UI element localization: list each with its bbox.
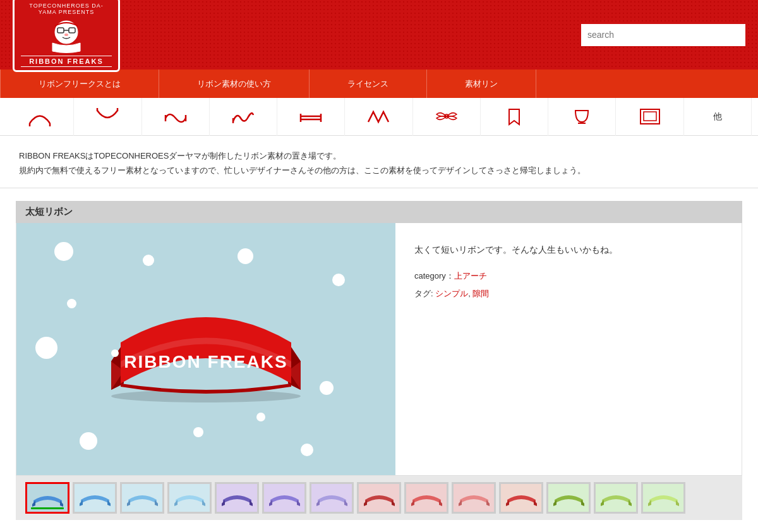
main-content: 太短リボン xyxy=(0,188,758,532)
tag-simple[interactable]: シンプル xyxy=(435,289,468,298)
intro-line2: 規約内で無料で使えるフリー素材となっていますので、忙しいデザイナーさんその他の方… xyxy=(19,163,739,178)
snow-dot xyxy=(80,432,97,450)
tag-label: タグ: xyxy=(414,289,435,298)
main-ribbon-svg: RIBBON FREAKS xyxy=(73,286,339,412)
nav-item-links[interactable]: 素材リン xyxy=(427,70,536,98)
logo-area: TOPECONHEROES DA-YAMA PRESENTS xyxy=(13,0,120,72)
nav-flat[interactable] xyxy=(277,98,345,136)
nav-bar: リボンフリークスとは リボン素材の使い方 ライセンス 素材リン xyxy=(0,70,758,98)
category-label: category： xyxy=(414,271,454,281)
snow-dot xyxy=(256,413,265,421)
nav-cup[interactable] xyxy=(548,98,616,136)
intro-line1: RIBBON FREAKSはTOPECONHEROESダーヤマが制作したリボン素… xyxy=(19,148,739,163)
snow-dot xyxy=(301,444,313,456)
snow-dot xyxy=(238,248,253,264)
ribbon-image-area: RIBBON FREAKS xyxy=(16,223,395,475)
section-body: RIBBON FREAKS 太くて短いリボンです。そんな人生もいいかもね。 ca… xyxy=(16,223,742,476)
thumb-inner xyxy=(27,484,68,512)
other-label: 他 xyxy=(713,111,722,123)
snow-dot xyxy=(67,299,76,308)
nav-arch-down[interactable] xyxy=(74,98,141,136)
thumbnail-item-green3[interactable] xyxy=(641,482,685,514)
svg-text:RIBBON FREAKS: RIBBON FREAKS xyxy=(124,352,287,372)
nav-item-license[interactable]: ライセンス xyxy=(310,70,427,98)
thumbnail-item-green1[interactable] xyxy=(546,482,591,514)
category-link[interactable]: 上アーチ xyxy=(454,271,487,281)
snow-dot xyxy=(111,349,119,357)
nav-wave[interactable] xyxy=(142,98,210,136)
logo-mascot xyxy=(47,16,85,54)
snow-dot xyxy=(54,242,73,261)
search-input[interactable] xyxy=(581,24,745,46)
thumbnail-strip xyxy=(16,476,742,520)
tag-line: タグ: シンプル, 隙間 xyxy=(414,288,723,299)
thumbnail-item-purple1[interactable] xyxy=(215,482,259,514)
thumbnail-item-salmon[interactable] xyxy=(499,482,543,514)
ribbon-description: 太くて短いリボンです。そんな人生もいいかもね。 xyxy=(414,242,723,258)
nav-item-usage[interactable]: リボン素材の使い方 xyxy=(159,70,310,98)
intro-section: RIBBON FREAKSはTOPECONHEROESダーヤマが制作したリボン素… xyxy=(0,136,758,188)
snow-dot xyxy=(193,427,203,437)
nav-wave2[interactable] xyxy=(210,98,277,136)
snow-dot xyxy=(35,337,57,359)
thumbnail-item-purple2[interactable] xyxy=(262,482,306,514)
svg-rect-19 xyxy=(644,112,656,121)
logo-top-text: TOPECONHEROES DA-YAMA PRESENTS xyxy=(21,3,112,15)
thumbnail-item-lightblue[interactable] xyxy=(167,482,212,514)
svg-point-4 xyxy=(64,33,68,36)
thumbnail-item-red3[interactable] xyxy=(452,482,496,514)
section-title: 太短リボン xyxy=(16,201,742,223)
thumbnail-item-blue3[interactable] xyxy=(120,482,164,514)
search-area xyxy=(581,24,745,46)
ribbon-info: 太くて短いリボンです。そんな人生もいいかもね。 category：上アーチ タグ… xyxy=(395,223,742,475)
tag-gap[interactable]: 隙間 xyxy=(472,289,489,298)
thumbnail-item-red1[interactable] xyxy=(357,482,401,514)
thumbnail-item-selected[interactable] xyxy=(25,482,69,514)
nav-other[interactable]: 他 xyxy=(684,98,752,136)
nav-bookmark[interactable] xyxy=(481,98,548,136)
nav-bow[interactable] xyxy=(413,98,481,136)
header: TOPECONHEROES DA-YAMA PRESENTS xyxy=(0,0,758,70)
snow-dot xyxy=(332,274,345,286)
category-line: category：上アーチ xyxy=(414,270,723,282)
snow-dot xyxy=(143,255,154,266)
snow-dot xyxy=(320,381,334,395)
logo-box: TOPECONHEROES DA-YAMA PRESENTS xyxy=(13,0,120,72)
thumb-underline xyxy=(31,507,64,509)
thumbnail-item-blue2[interactable] xyxy=(73,482,117,514)
icon-nav: 他 xyxy=(0,98,758,136)
thumbnail-item-purple3[interactable] xyxy=(310,482,354,514)
nav-item-about[interactable]: リボンフリークスとは xyxy=(0,70,159,98)
logo-bottom-text: RIBBON FREAKS xyxy=(21,56,112,67)
thumbnail-item-red2[interactable] xyxy=(404,482,448,514)
nav-zigzag[interactable] xyxy=(345,98,412,136)
nav-frame[interactable] xyxy=(616,98,683,136)
nav-arch-up[interactable] xyxy=(6,98,74,136)
thumbnail-item-green2[interactable] xyxy=(594,482,638,514)
